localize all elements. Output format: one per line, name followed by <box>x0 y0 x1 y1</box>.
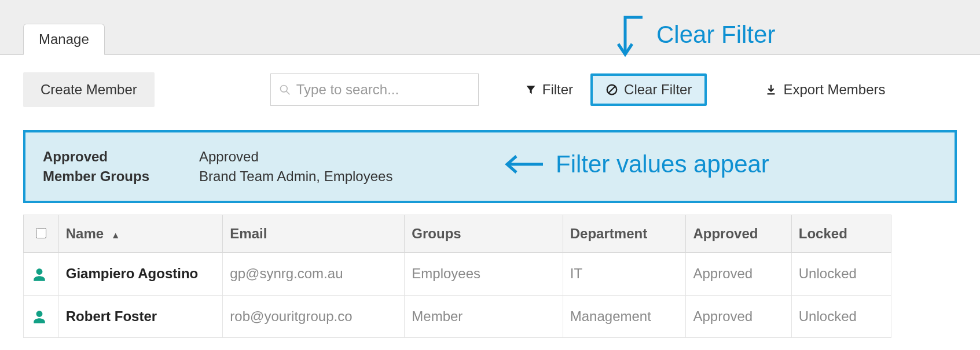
download-icon <box>765 83 777 96</box>
filter-row-label: Member Groups <box>43 168 199 185</box>
column-header-approved[interactable]: Approved <box>686 215 791 253</box>
ban-icon <box>605 83 618 96</box>
cell-approved: Approved <box>686 253 791 296</box>
column-header-groups[interactable]: Groups <box>405 215 563 253</box>
search-field-wrap[interactable] <box>270 73 479 106</box>
filter-row: Approved Approved <box>43 149 937 165</box>
tab-manage[interactable]: Manage <box>23 24 105 55</box>
column-header-checkbox[interactable] <box>24 215 59 253</box>
person-icon <box>32 310 47 325</box>
filter-icon <box>525 84 537 95</box>
clear-filter-button[interactable]: Clear Filter <box>590 73 707 106</box>
filter-row-label: Approved <box>43 149 199 165</box>
cell-groups: Employees <box>405 253 563 296</box>
column-header-locked[interactable]: Locked <box>791 215 891 253</box>
column-header-name[interactable]: Name ▲ <box>58 215 223 253</box>
cell-email: rob@youritgroup.co <box>223 295 405 338</box>
filter-row-value: Brand Team Admin, Employees <box>199 168 392 185</box>
svg-line-3 <box>609 87 615 93</box>
clear-filter-label: Clear Filter <box>624 82 692 98</box>
cell-groups: Member <box>405 295 563 338</box>
cell-department: IT <box>563 253 686 296</box>
create-member-button[interactable]: Create Member <box>23 72 155 107</box>
column-header-name-text: Name <box>66 226 104 241</box>
cell-name: Giampiero Agostino <box>58 253 223 296</box>
filter-row-value: Approved <box>199 149 259 165</box>
export-members-label: Export Members <box>783 82 885 98</box>
svg-line-1 <box>286 91 289 95</box>
person-icon <box>32 267 47 282</box>
filter-label: Filter <box>542 82 573 98</box>
svg-point-0 <box>280 86 287 93</box>
cell-locked: Unlocked <box>791 253 891 296</box>
table-row[interactable]: Giampiero Agostinogp@synrg.com.auEmploye… <box>24 253 891 296</box>
cell-department: Management <box>563 295 686 338</box>
column-header-email[interactable]: Email <box>223 215 405 253</box>
select-all-checkbox[interactable] <box>36 228 46 238</box>
active-filters-panel: Approved Approved Member Groups Brand Te… <box>23 130 957 203</box>
members-table: Name ▲ Email Groups Department Approved … <box>23 215 891 338</box>
export-members-button[interactable]: Export Members <box>765 82 885 98</box>
cell-approved: Approved <box>686 295 791 338</box>
filter-button[interactable]: Filter <box>525 82 573 98</box>
filter-row: Member Groups Brand Team Admin, Employee… <box>43 168 937 185</box>
search-input[interactable] <box>296 82 470 98</box>
cell-locked: Unlocked <box>791 295 891 338</box>
cell-name: Robert Foster <box>58 295 223 338</box>
cell-email: gp@synrg.com.au <box>223 253 405 296</box>
column-header-department[interactable]: Department <box>563 215 686 253</box>
search-icon <box>279 84 291 95</box>
table-row[interactable]: Robert Fosterrob@youritgroup.coMemberMan… <box>24 295 891 338</box>
sort-asc-icon: ▲ <box>111 230 120 240</box>
